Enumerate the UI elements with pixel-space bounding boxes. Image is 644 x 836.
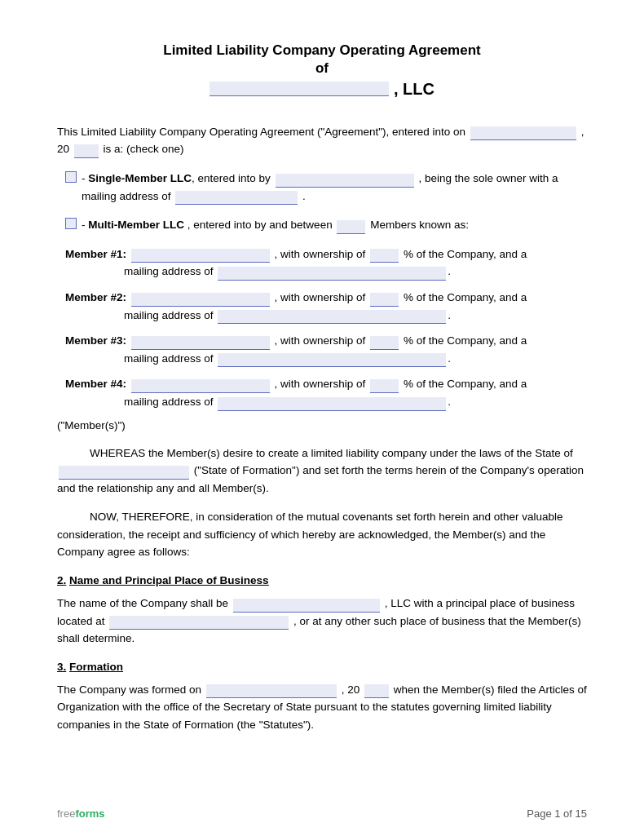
member-4-label: Member #4:	[65, 378, 126, 390]
multi-member-option: - Multi-Member LLC , entered into by and…	[57, 216, 587, 234]
member-3-ownership-field[interactable]	[370, 336, 399, 350]
section-2-number: 2.	[57, 574, 66, 586]
member-2-ownership-field[interactable]	[370, 293, 399, 307]
section-3-number: 3.	[57, 661, 66, 673]
member-2-block: Member #2: , with ownership of % of the …	[57, 289, 587, 324]
section-3-heading: 3. Formation	[57, 661, 587, 673]
member-2-label: Member #2:	[65, 291, 126, 303]
footer: freeforms Page 1 of 15	[57, 807, 587, 820]
freeforms-logo: freeforms	[57, 807, 105, 820]
member-1-block: Member #1: , with ownership of % of the …	[57, 245, 587, 281]
member-3-address-field[interactable]	[218, 353, 446, 367]
member-2-line: Member #2: , with ownership of % of the …	[65, 289, 587, 307]
multi-member-bold: Multi-Member LLC	[88, 219, 184, 231]
member-1-address-line: mailing address of .	[65, 263, 587, 281]
member-3-line: Member #3: , with ownership of % of the …	[65, 332, 587, 350]
member-2-name-field[interactable]	[131, 293, 270, 307]
member-3-label: Member #3:	[65, 334, 126, 347]
single-member-text: - Single-Member LLC, entered into by , b…	[82, 170, 587, 205]
section-3-text: The Company was formed on , 20 when the …	[57, 681, 587, 734]
single-member-text1: , entered into by	[192, 172, 271, 184]
single-member-checkbox[interactable]	[65, 171, 77, 183]
section-3-title: Formation	[69, 661, 123, 673]
member-1-line: Member #1: , with ownership of % of the …	[65, 245, 587, 263]
document-title-line2: of	[57, 60, 587, 77]
multi-member-count-field[interactable]	[337, 220, 365, 234]
single-member-address-field[interactable]	[175, 191, 298, 205]
formation-date-field[interactable]	[206, 684, 337, 698]
intro-paragraph: This Limited Liability Company Operating…	[57, 123, 587, 158]
section-2-title: Name and Principal Place of Business	[69, 574, 269, 586]
multi-member-text2: Members known as:	[370, 219, 469, 231]
formation-year-field[interactable]	[364, 684, 389, 698]
member-4-line: Member #4: , with ownership of % of the …	[65, 375, 587, 393]
member-2-address-field[interactable]	[218, 310, 446, 324]
title-section: Limited Liability Company Operating Agre…	[57, 41, 587, 99]
llc-label: , LLC	[394, 80, 434, 99]
section-3-year-prefix: , 20	[342, 683, 360, 696]
intro-text-before-date: This Limited Liability Company Operating…	[57, 126, 465, 138]
member-4-address-line: mailing address of .	[65, 393, 587, 411]
members-suffix: ("Member(s)")	[57, 419, 587, 431]
title-llc-line: , LLC	[57, 80, 587, 99]
intro-year-suffix: is a: (check one)	[104, 143, 184, 155]
member-3-block: Member #3: , with ownership of % of the …	[57, 332, 587, 367]
single-member-bold: Single-Member LLC	[88, 172, 192, 184]
single-member-dash: -	[82, 172, 88, 184]
section-2-heading: 2. Name and Principal Place of Business	[57, 574, 587, 586]
multi-member-text: - Multi-Member LLC , entered into by and…	[82, 216, 469, 234]
single-member-text3: .	[302, 190, 306, 202]
state-of-formation-field[interactable]	[59, 466, 189, 480]
brand-free: free	[57, 807, 75, 820]
member-4-address-field[interactable]	[218, 397, 446, 411]
now-therefore-paragraph: NOW, THEREFORE, in consideration of the …	[57, 508, 587, 561]
member-2-address-line: mailing address of .	[65, 307, 587, 325]
agreement-year-field[interactable]	[74, 144, 99, 158]
member-1-ownership-field[interactable]	[370, 249, 399, 263]
agreement-date-field[interactable]	[470, 126, 576, 140]
section-2-text: The name of the Company shall be , LLC w…	[57, 595, 587, 648]
member-4-ownership-field[interactable]	[370, 379, 399, 393]
member-3-address-line: mailing address of .	[65, 350, 587, 368]
section-2-text1: The name of the Company shall be	[57, 597, 228, 609]
whereas-paragraph: WHEREAS the Member(s) desire to create a…	[57, 445, 587, 498]
member-4-name-field[interactable]	[131, 379, 270, 393]
whereas-text: WHEREAS the Member(s) desire to create a…	[90, 447, 573, 459]
page-number: Page 1 of 15	[527, 807, 587, 820]
member-1-label: Member #1:	[65, 248, 126, 260]
company-name-field[interactable]	[210, 82, 389, 96]
multi-member-dash: -	[82, 219, 88, 231]
section-3-text1: The Company was formed on	[57, 683, 201, 696]
brand-forms: forms	[75, 807, 104, 820]
multi-member-checkbox[interactable]	[65, 218, 77, 229]
single-member-option: - Single-Member LLC, entered into by , b…	[57, 170, 587, 205]
company-name-section2-field[interactable]	[233, 599, 380, 613]
multi-member-text1: , entered into by and between	[187, 219, 333, 231]
member-3-name-field[interactable]	[131, 336, 270, 350]
member-1-address-field[interactable]	[218, 267, 446, 281]
principal-address-field[interactable]	[109, 616, 289, 630]
single-member-owner-field[interactable]	[276, 174, 414, 188]
member-4-block: Member #4: , with ownership of % of the …	[57, 375, 587, 410]
document-title-line1: Limited Liability Company Operating Agre…	[57, 41, 587, 60]
member-1-name-field[interactable]	[131, 249, 270, 263]
document-page: Limited Liability Company Operating Agre…	[0, 0, 644, 836]
